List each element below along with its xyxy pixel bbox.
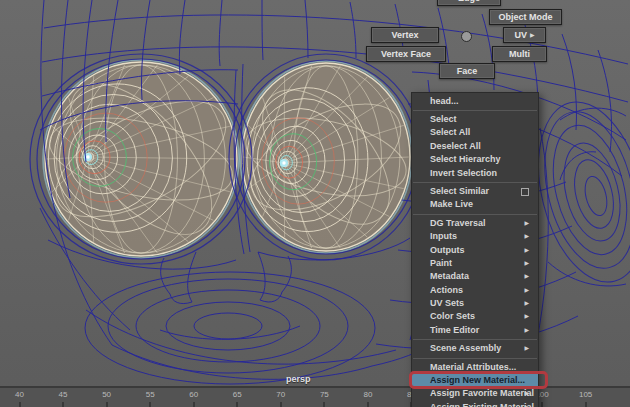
frame-number-80: 80 bbox=[363, 390, 372, 399]
menu-item-label: Paint bbox=[430, 258, 452, 268]
menu-item-label: Outputs bbox=[430, 245, 465, 255]
menu-item-outputs[interactable]: Outputs ▶ bbox=[412, 244, 538, 257]
menu-item-color-sets[interactable]: Color Sets ▶ bbox=[412, 310, 538, 323]
menu-item-label: DG Traversal bbox=[430, 218, 486, 228]
menu-separator bbox=[413, 182, 537, 183]
menu-item-assign-favorite-material[interactable]: Assign Favorite Material ▶ bbox=[412, 387, 538, 400]
menu-separator bbox=[413, 358, 537, 359]
menu-item-scene-assembly[interactable]: Scene Assembly ▶ bbox=[412, 342, 538, 355]
menu-item-select-hierarchy[interactable]: Select Hierarchy ▶ bbox=[412, 153, 538, 166]
submenu-arrow-icon: ▶ bbox=[524, 230, 529, 243]
uv-label: UV bbox=[514, 30, 527, 40]
menu-item-select[interactable]: Select ▶ bbox=[412, 113, 538, 126]
frame-tick bbox=[19, 402, 21, 407]
frame-number-70: 70 bbox=[276, 390, 285, 399]
menu-item-dg-traversal[interactable]: DG Traversal ▶ bbox=[412, 217, 538, 230]
menu-item-label: Scene Assembly bbox=[430, 343, 501, 353]
menu-item-label: Material Attributes... bbox=[430, 362, 516, 372]
marking-menu-center-dot bbox=[461, 31, 472, 42]
frame-number-105: 105 bbox=[579, 390, 592, 399]
menu-item-label: Deselect All bbox=[430, 141, 481, 151]
menu-item-invert-selection[interactable]: Invert Selection ▶ bbox=[412, 167, 538, 180]
menu-item-label: Make Live bbox=[430, 199, 473, 209]
marking-menu-multi-button[interactable]: Multi bbox=[492, 46, 547, 62]
submenu-arrow-icon: ▶ bbox=[524, 342, 529, 355]
face-label: Face bbox=[457, 66, 478, 76]
submenu-arrow-icon: ▶ bbox=[524, 270, 529, 283]
frame-tick bbox=[323, 402, 325, 407]
frame-tick bbox=[280, 402, 282, 407]
vertex-face-label: Vertex Face bbox=[381, 49, 431, 59]
multi-label: Multi bbox=[509, 49, 530, 59]
submenu-arrow-icon: ▶ bbox=[524, 257, 529, 270]
right-eye-sphere bbox=[235, 61, 418, 253]
frame-tick bbox=[106, 402, 108, 407]
marking-menu-vertex-face-button[interactable]: Vertex Face bbox=[366, 46, 446, 62]
menu-item-actions[interactable]: Actions ▶ bbox=[412, 284, 538, 297]
camera-name-label: persp bbox=[286, 374, 311, 384]
menu-item-label: UV Sets bbox=[430, 298, 464, 308]
frame-tick bbox=[62, 402, 64, 407]
menu-item-label: Inputs bbox=[430, 231, 457, 241]
menu-item-label: Select bbox=[430, 114, 457, 124]
menu-item-uv-sets[interactable]: UV Sets ▶ bbox=[412, 297, 538, 310]
menu-separator bbox=[413, 339, 537, 340]
edge-label: Edge bbox=[458, 0, 480, 3]
menu-item-deselect-all[interactable]: Deselect All ▶ bbox=[412, 140, 538, 153]
menu-item-label: Select All bbox=[430, 127, 470, 137]
menu-item-material-attributes[interactable]: Material Attributes... ▶ bbox=[412, 361, 538, 374]
menu-separator bbox=[413, 110, 537, 111]
frame-number-65: 65 bbox=[233, 390, 242, 399]
marking-menu-face-button[interactable]: Face bbox=[439, 63, 495, 79]
frame-number-40: 40 bbox=[15, 390, 24, 399]
frame-number-45: 45 bbox=[59, 390, 68, 399]
menu-item-label: Metadata bbox=[430, 271, 469, 281]
menu-item-time-editor[interactable]: Time Editor ▶ bbox=[412, 324, 538, 337]
submenu-arrow-icon: ▶ bbox=[524, 217, 529, 230]
menu-item-select-similar[interactable]: Select Similar ▶ bbox=[412, 185, 538, 198]
frame-number-55: 55 bbox=[146, 390, 155, 399]
menu-item-label: Invert Selection bbox=[430, 168, 497, 178]
frame-number-60: 60 bbox=[189, 390, 198, 399]
eye-spheres bbox=[39, 60, 418, 258]
marking-menu-vertex-button[interactable]: Vertex bbox=[371, 27, 439, 43]
marking-menu-uv-button[interactable]: UV▶ bbox=[503, 27, 546, 43]
frame-tick bbox=[149, 402, 151, 407]
menu-item-label: Assign New Material... bbox=[430, 375, 525, 385]
option-box-icon[interactable] bbox=[521, 188, 529, 196]
frame-number-75: 75 bbox=[320, 390, 329, 399]
menu-item-paint[interactable]: Paint ▶ bbox=[412, 257, 538, 270]
menu-item-select-all[interactable]: Select All ▶ bbox=[412, 126, 538, 139]
menu-item-metadata[interactable]: Metadata ▶ bbox=[412, 270, 538, 283]
menu-item-label: Color Sets bbox=[430, 311, 475, 321]
submenu-arrow-icon: ▶ bbox=[530, 32, 535, 38]
menu-item-label: Assign Existing Material bbox=[430, 402, 534, 407]
submenu-arrow-icon: ▶ bbox=[524, 244, 529, 257]
menu-item-label: Select Similar bbox=[430, 186, 489, 196]
frame-tick bbox=[541, 402, 543, 407]
menu-separator bbox=[413, 214, 537, 215]
submenu-arrow-icon: ▶ bbox=[524, 297, 529, 310]
menu-item-label: Time Editor bbox=[430, 325, 479, 335]
frame-tick bbox=[585, 402, 587, 407]
marking-menu-edge-button[interactable]: Edge bbox=[437, 0, 501, 6]
context-menu-items: Select ▶ Select All ▶ Deselect All ▶ Sel… bbox=[412, 113, 538, 407]
submenu-arrow-icon: ▶ bbox=[524, 324, 529, 337]
frame-tick bbox=[193, 402, 195, 407]
vertex-label: Vertex bbox=[391, 30, 418, 40]
marking-menu-object-mode-button[interactable]: Object Mode bbox=[489, 9, 562, 25]
maya-viewport-window: persp 404550556065707580859095100105 Edg… bbox=[0, 0, 630, 407]
submenu-arrow-icon: ▶ bbox=[524, 310, 529, 323]
object-mode-label: Object Mode bbox=[498, 12, 552, 22]
context-menu-header: head... bbox=[412, 94, 538, 108]
menu-item-make-live[interactable]: Make Live ▶ bbox=[412, 198, 538, 211]
submenu-arrow-icon: ▶ bbox=[524, 284, 529, 297]
frame-tick bbox=[367, 402, 369, 407]
frame-tick bbox=[236, 402, 238, 407]
submenu-arrow-icon: ▶ bbox=[524, 401, 529, 407]
menu-item-assign-new-material[interactable]: Assign New Material... ▶ bbox=[412, 374, 538, 387]
menu-item-assign-existing-material[interactable]: Assign Existing Material ▶ bbox=[412, 401, 538, 407]
menu-item-label: Actions bbox=[430, 285, 463, 295]
menu-item-inputs[interactable]: Inputs ▶ bbox=[412, 230, 538, 243]
menu-item-label: Assign Favorite Material bbox=[430, 388, 534, 398]
